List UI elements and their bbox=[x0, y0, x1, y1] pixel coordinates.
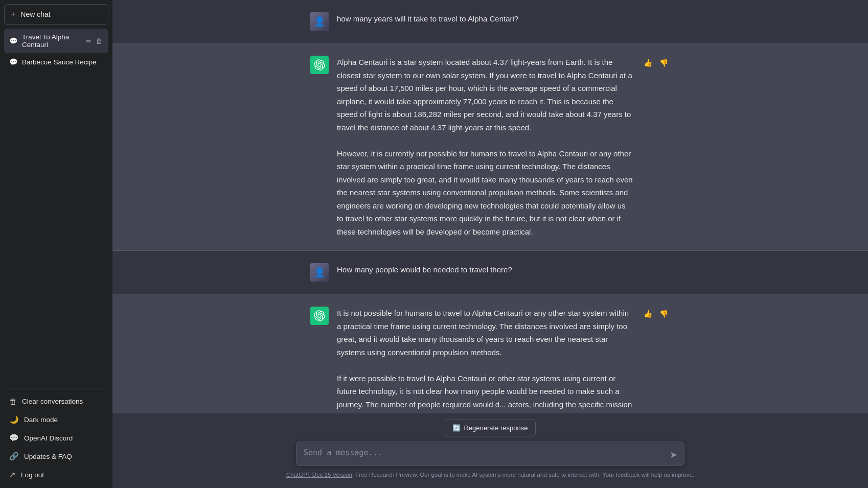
chat-list: 💬 Travel To Alpha Centauri ✏ 🗑 💬 Barbecu… bbox=[4, 29, 108, 384]
new-chat-button[interactable]: + New chat bbox=[4, 4, 108, 25]
chat-icon: 💬 bbox=[9, 58, 18, 66]
footer-text: ChatGPT Dec 15 Version. Free Research Pr… bbox=[286, 472, 694, 478]
regenerate-icon: 🔄 bbox=[452, 424, 461, 432]
sidebar-item-alpha[interactable]: 💬 Travel To Alpha Centauri ✏ 🗑 bbox=[4, 29, 108, 53]
ai-message-content-2: It is not possible for humans to travel … bbox=[337, 307, 633, 424]
input-wrapper: ➤ bbox=[296, 441, 684, 468]
discord-icon: 💬 bbox=[9, 433, 19, 443]
user-message-text-2: How many people would be needed to trave… bbox=[337, 263, 670, 276]
logout-icon: ↗ bbox=[9, 470, 16, 479]
chat-item-label: Barbecue Sauce Recipe bbox=[22, 58, 97, 66]
trash-icon: 🗑 bbox=[9, 397, 17, 406]
main-content: 👤 how many years will it take to travel … bbox=[112, 0, 868, 488]
sidebar: + New chat 💬 Travel To Alpha Centauri ✏ … bbox=[0, 0, 112, 488]
chat-icon: 💬 bbox=[9, 37, 18, 45]
clear-conversations-label: Clear conversations bbox=[22, 398, 83, 405]
user-avatar-2: 👤 bbox=[310, 263, 329, 282]
updates-faq-button[interactable]: 🔗 Updates & FAQ bbox=[4, 447, 108, 466]
sidebar-item-bbq[interactable]: 💬 Barbecue Sauce Recipe bbox=[4, 53, 108, 71]
sidebar-bottom: 🗑 Clear conversations 🌙 Dark mode 💬 Open… bbox=[4, 388, 108, 484]
send-button[interactable]: ➤ bbox=[668, 447, 679, 462]
user-message-2: 👤 How many people would be needed to tra… bbox=[112, 251, 868, 294]
link-icon: 🔗 bbox=[9, 452, 19, 461]
updates-label: Updates & FAQ bbox=[24, 453, 72, 460]
clear-conversations-button[interactable]: 🗑 Clear conversations bbox=[4, 392, 108, 410]
ai-message-para-1-2: However, it is currently not possible fo… bbox=[337, 147, 633, 239]
chat-input[interactable] bbox=[296, 441, 684, 466]
dark-mode-label: Dark mode bbox=[24, 416, 58, 424]
message-feedback-1: 👍 👎 bbox=[642, 56, 670, 68]
chat-item-actions: ✏ 🗑 bbox=[85, 36, 103, 46]
user-message-text-1: how many years will it take to travel to… bbox=[337, 12, 670, 26]
thumbs-up-button-2[interactable]: 👍 bbox=[642, 309, 654, 319]
version-link[interactable]: ChatGPT Dec 15 Version bbox=[286, 472, 352, 478]
message-feedback-2: 👍 👎 bbox=[642, 307, 670, 319]
gpt-avatar-1 bbox=[310, 56, 329, 74]
logout-label: Log out bbox=[21, 471, 44, 479]
user-avatar: 👤 bbox=[310, 12, 329, 31]
dark-mode-button[interactable]: 🌙 Dark mode bbox=[4, 410, 108, 429]
thumbs-down-button-1[interactable]: 👎 bbox=[657, 58, 670, 68]
discord-button[interactable]: 💬 OpenAI Discord bbox=[4, 429, 108, 447]
gpt-avatar-2 bbox=[310, 307, 329, 325]
rename-chat-button[interactable]: ✏ bbox=[85, 36, 93, 46]
plus-icon: + bbox=[11, 10, 15, 19]
logout-button[interactable]: ↗ Log out bbox=[4, 466, 108, 484]
ai-message-1: Alpha Centauri is a star system located … bbox=[112, 43, 868, 251]
ai-message-content-1: Alpha Centauri is a star system located … bbox=[337, 56, 633, 238]
discord-label: OpenAI Discord bbox=[24, 434, 73, 442]
regenerate-response-button[interactable]: 🔄 Regenerate response bbox=[445, 420, 535, 436]
new-chat-label: New chat bbox=[20, 10, 50, 18]
chat-item-label: Travel To Alpha Centauri bbox=[22, 33, 81, 49]
user-avatar-img-2: 👤 bbox=[310, 263, 329, 282]
thumbs-down-button-2[interactable]: 👎 bbox=[657, 309, 670, 319]
send-icon: ➤ bbox=[670, 449, 677, 460]
ai-message-para-2-1: It is not possible for humans to travel … bbox=[337, 307, 633, 359]
footer-description: . Free Research Preview. Our goal is to … bbox=[352, 472, 694, 478]
thumbs-up-button-1[interactable]: 👍 bbox=[642, 58, 654, 68]
user-message-1: 👤 how many years will it take to travel … bbox=[112, 0, 868, 43]
user-avatar-img: 👤 bbox=[310, 12, 329, 31]
input-area: 🔄 Regenerate response ➤ ChatGPT Dec 15 V… bbox=[112, 413, 868, 488]
delete-chat-button[interactable]: 🗑 bbox=[95, 36, 103, 46]
regenerate-label: Regenerate response bbox=[464, 424, 528, 432]
moon-icon: 🌙 bbox=[9, 415, 19, 424]
ai-message-para-1-1: Alpha Centauri is a star system located … bbox=[337, 56, 633, 134]
